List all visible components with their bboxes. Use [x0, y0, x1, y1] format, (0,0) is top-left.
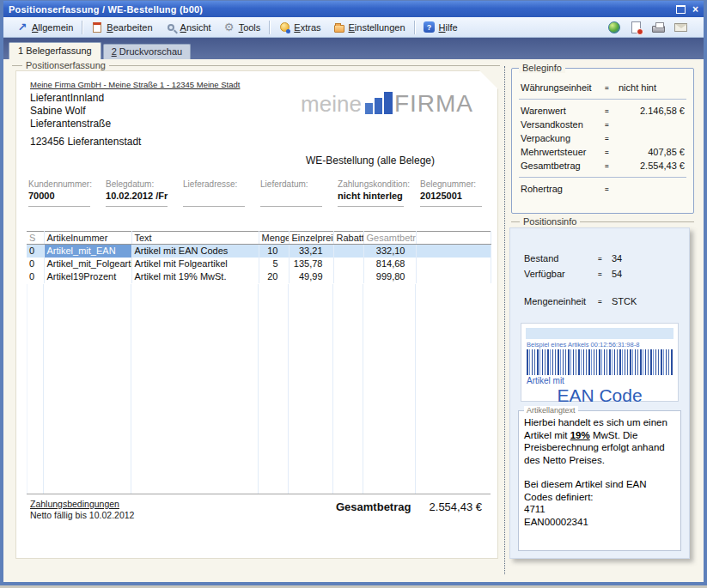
equals-sign: = [605, 84, 619, 92]
recipient-line: Lieferantenstraße [30, 118, 141, 130]
total-value: 2.554,43 € [430, 500, 482, 513]
logo-bars-icon [365, 92, 393, 114]
beleginfo-row-verpackung: Verpackung = [512, 131, 693, 145]
menu-item-hilfe[interactable]: ? Hilfe [417, 20, 464, 35]
menu-item-bearbeiten[interactable]: Bearbeiten [85, 20, 158, 35]
recipient-line: LieferantInnland [30, 92, 141, 105]
table-row[interactable]: 0 Artikel19Prozent Artikel mit 19% MwSt.… [27, 270, 491, 283]
content-area: Positionserfassung Meine Firma GmbH - Me… [3, 59, 704, 582]
beleginfo-row-mehrwertsteuer: Mehrwertsteuer = 407,85 € [512, 145, 693, 159]
printer-icon[interactable] [651, 21, 666, 34]
field-belegnummer: Belegnummer: 20125001 [420, 179, 487, 207]
document-type: WE-Bestellung (alle Belege) [276, 155, 465, 167]
terms-text: Netto fällig bis 10.02.2012 [30, 510, 134, 521]
lieferdatum-value[interactable] [260, 191, 327, 204]
equals-sign: = [605, 185, 619, 193]
beleginfo-row-warenwert: Warenwert = 2.146,58 € [512, 104, 693, 118]
window-controls: × [676, 5, 698, 14]
menu-item-allgemein[interactable]: ↗ Allgemein [10, 20, 79, 35]
globe-icon[interactable] [606, 21, 621, 34]
sender-line: Meine Firma GmbH - Meine Straße 1 - 1234… [30, 80, 240, 89]
barcode-label-small: Artikel mit [527, 376, 678, 385]
menu-item-extras[interactable]: Extras [272, 20, 326, 35]
gear-icon: ⚙ [223, 21, 235, 33]
extras-icon [278, 21, 290, 33]
equals-sign: = [605, 149, 619, 156]
selected-cell[interactable]: Artikel_mit_EAN [44, 245, 131, 258]
equals-sign: = [605, 162, 619, 170]
menu-separator [414, 21, 415, 34]
logo-text-dark: FIRMA [394, 93, 473, 115]
positionsinfo-panel: Bestand = 34 Verfügbar = 54 Mengeneinhei… [509, 227, 690, 559]
table-column-guides [27, 284, 491, 494]
artikellangtext-box[interactable]: Artikellangtext Hierbei handelt es sich … [518, 410, 681, 551]
positionsinfo-row-mengeneinheit: Mengeneinheit = STCK [510, 294, 689, 309]
beleginfo-row-waehrungseinheit: Währungseinheit = nicht hint [512, 81, 693, 94]
tab-druckvorschau[interactable]: 2 Druckvorschau [103, 44, 192, 59]
positionsinfo-row-verfuegbar: Verfügbar = 54 [510, 266, 689, 282]
equals-sign: = [598, 270, 612, 278]
notepad-icon [91, 21, 103, 33]
items-table-header: S Artikelnummer Text Menge Einzelpreis R… [27, 232, 491, 245]
field-lieferadresse: Lieferadresse: [183, 179, 250, 207]
menu-bar: ↗ Allgemein Bearbeiten Ansicht ⚙ Tools E… [3, 17, 704, 38]
beleginfo-row-gesamtbetrag: Gesamtbetrag = 2.554,43 € [512, 159, 693, 173]
beleginfo-title: Beleginfo [519, 63, 565, 73]
equals-sign: = [598, 255, 612, 263]
tab-belegerfassung[interactable]: 1 Belegerfassung [9, 42, 101, 59]
document-info-icon[interactable] [629, 21, 643, 34]
field-zahlungskondition: Zahlungskondition: nicht hinterleg [338, 179, 410, 207]
magnifier-icon [165, 21, 177, 33]
beleginfo-row-rohertrag: Rohertrag = [512, 182, 693, 196]
positionsinfo-title: Positionsinfo [520, 216, 580, 227]
page-curl [479, 70, 498, 89]
total-label: Gesamtbetrag [336, 500, 411, 513]
lieferadresse-value[interactable] [183, 191, 250, 204]
restore-icon[interactable] [676, 5, 686, 14]
equals-sign: = [598, 298, 612, 306]
menu-separator [82, 21, 82, 34]
menu-separator [269, 21, 270, 34]
field-kundennummer: Kundennummer: 70000 [28, 179, 95, 207]
arrow-up-right-icon: ↗ [16, 21, 28, 33]
barcode-header-strip [526, 328, 673, 339]
close-icon[interactable]: × [692, 5, 698, 14]
help-icon: ? [424, 21, 436, 33]
app-window: Positionserfassung / WE-Bestellung (b00)… [0, 0, 707, 585]
belegdatum-value[interactable]: 10.02.2012 /Fr [106, 191, 173, 204]
field-lieferdatum: Lieferdatum: [260, 179, 327, 207]
zahlungsbedingungen-link[interactable]: Zahlungsbedingungen [30, 499, 134, 510]
zahlungskondition-value[interactable]: nicht hinterleg [338, 191, 410, 204]
artikellangtext-body: Hierbei handelt es sich um einen Artikel… [519, 411, 680, 528]
ean-barcode-preview: Beispiel eines Artikels 00:12:56:31:98-8… [521, 323, 679, 402]
vat-highlight: 19% [570, 430, 590, 440]
barcode-caption: Beispiel eines Artikels 00:12:56:31:98-8 [527, 341, 678, 349]
ean-code-1: 4711 [524, 503, 675, 516]
mail-icon[interactable] [673, 21, 688, 34]
kundennummer-value[interactable]: 70000 [28, 191, 95, 204]
menu-item-ansicht[interactable]: Ansicht [159, 20, 217, 35]
artikellangtext-label: Artikellangtext [524, 406, 578, 415]
items-table: S Artikelnummer Text Menge Einzelpreis R… [27, 231, 491, 283]
menu-item-tools[interactable]: ⚙ Tools [217, 20, 267, 35]
barcode-icon [527, 349, 673, 375]
header-fields: Kundennummer: 70000 Belegdatum: 10.02.20… [28, 179, 487, 207]
recipient-city: 123456 Lieferantenstadt [30, 136, 141, 149]
barcode-label-large: EAN Code [521, 385, 678, 406]
positionsinfo-row-bestand: Bestand = 34 [510, 251, 689, 266]
tab-bar: 1 Belegerfassung 2 Druckvorschau [3, 38, 704, 59]
logo-text-light: meine [301, 93, 362, 115]
field-belegdatum: Belegdatum: 10.02.2012 /Fr [106, 179, 173, 207]
panel-separator [504, 66, 505, 574]
belegnummer-value[interactable]: 20125001 [420, 191, 487, 204]
title-bar: Positionserfassung / WE-Bestellung (b00)… [3, 1, 704, 17]
positionserfassung-groupbox-label: Positionserfassung [22, 60, 109, 70]
equals-sign: = [605, 107, 619, 115]
equals-sign: = [605, 121, 619, 129]
beleginfo-row-versandkosten: Versandkosten = [512, 118, 693, 131]
table-row-selected[interactable]: 0 Artikel_mit_EAN Artikel mit EAN Codes … [27, 245, 491, 258]
menu-item-einstellungen[interactable]: Einstellungen [327, 20, 411, 35]
table-row[interactable]: 0 Artikel_mit_Folgeartikel Artikel mit F… [27, 258, 491, 270]
recipient-line: Sabine Wolf [30, 105, 141, 118]
settings-folder-icon [333, 21, 345, 33]
